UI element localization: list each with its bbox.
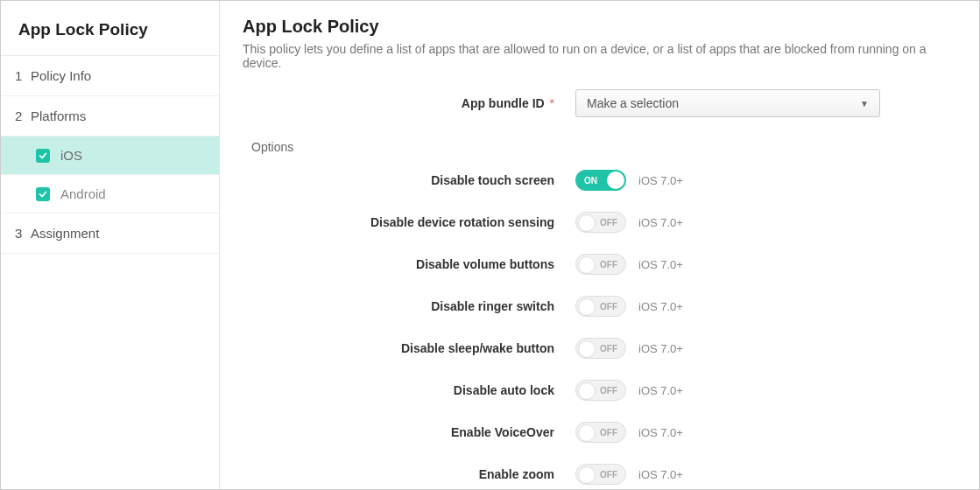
option-row: Enable zoomOFFiOS 7.0+ <box>243 464 956 485</box>
option-label: Enable zoom <box>243 467 575 481</box>
option-label: Disable device rotation sensing <box>243 215 575 229</box>
options-section-label: Options <box>251 140 956 154</box>
main-panel: App Lock Policy This policy lets you def… <box>220 1 979 489</box>
page-description: This policy lets you define a list of ap… <box>243 42 956 70</box>
sidebar: App Lock Policy 1 Policy Info 2 Platform… <box>1 1 220 489</box>
sidebar-item-label: Assignment <box>31 226 99 241</box>
sidebar-item-policy-info[interactable]: 1 Policy Info <box>1 56 219 96</box>
option-label: Disable volume buttons <box>243 257 575 271</box>
option-toggle[interactable]: OFF <box>575 380 626 401</box>
sidebar-item-label: Policy Info <box>31 68 91 83</box>
option-control: OFFiOS 7.0+ <box>575 338 956 359</box>
checkmark-icon <box>36 149 50 163</box>
option-hint: iOS 7.0+ <box>638 216 683 229</box>
option-hint: iOS 7.0+ <box>638 174 683 187</box>
option-control: OFFiOS 7.0+ <box>575 380 956 401</box>
option-toggle[interactable]: OFF <box>575 464 626 485</box>
sidebar-subitem-android[interactable]: Android <box>1 175 219 214</box>
option-hint: iOS 7.0+ <box>638 258 683 271</box>
sidebar-subitem-ios[interactable]: iOS <box>1 136 219 175</box>
sidebar-step-number: 3 <box>15 226 31 241</box>
checkmark-icon <box>36 187 50 201</box>
bundle-id-row: App bundle ID * Make a selection ▼ <box>243 89 956 117</box>
option-control: OFFiOS 7.0+ <box>575 254 956 275</box>
option-label: Disable sleep/wake button <box>243 341 575 355</box>
page-title: App Lock Policy <box>243 17 956 37</box>
option-hint: iOS 7.0+ <box>638 468 683 481</box>
caret-down-icon: ▼ <box>860 99 869 108</box>
sidebar-step-number: 1 <box>15 68 31 83</box>
option-row: Disable sleep/wake buttonOFFiOS 7.0+ <box>243 338 956 359</box>
option-label: Disable ringer switch <box>243 299 575 313</box>
options-list: Disable touch screenONiOS 7.0+Disable de… <box>243 170 956 485</box>
option-label: Disable auto lock <box>243 383 575 397</box>
option-row: Disable touch screenONiOS 7.0+ <box>243 170 956 191</box>
option-control: ONiOS 7.0+ <box>575 170 956 191</box>
option-toggle[interactable]: OFF <box>575 254 626 275</box>
option-control: OFFiOS 7.0+ <box>575 212 956 233</box>
option-hint: iOS 7.0+ <box>638 384 683 397</box>
option-row: Enable VoiceOverOFFiOS 7.0+ <box>243 422 956 443</box>
option-hint: iOS 7.0+ <box>638 342 683 355</box>
app-frame: App Lock Policy 1 Policy Info 2 Platform… <box>0 0 980 490</box>
required-marker: * <box>550 96 554 110</box>
option-toggle[interactable]: OFF <box>575 422 626 443</box>
option-row: Disable device rotation sensingOFFiOS 7.… <box>243 212 956 233</box>
option-toggle[interactable]: OFF <box>575 212 626 233</box>
sidebar-item-assignment[interactable]: 3 Assignment <box>1 214 219 254</box>
option-label: Disable touch screen <box>243 173 575 187</box>
sidebar-title: App Lock Policy <box>1 1 219 56</box>
option-control: OFFiOS 7.0+ <box>575 422 956 443</box>
option-toggle[interactable]: OFF <box>575 338 626 359</box>
select-placeholder: Make a selection <box>587 96 679 110</box>
bundle-id-label: App bundle ID * <box>243 96 575 110</box>
option-row: Disable volume buttonsOFFiOS 7.0+ <box>243 254 956 275</box>
option-label: Enable VoiceOver <box>243 425 575 439</box>
option-hint: iOS 7.0+ <box>638 300 683 313</box>
sidebar-subitem-label: iOS <box>60 148 82 163</box>
option-toggle[interactable]: OFF <box>575 296 626 317</box>
option-row: Disable auto lockOFFiOS 7.0+ <box>243 380 956 401</box>
option-row: Disable ringer switchOFFiOS 7.0+ <box>243 296 956 317</box>
option-hint: iOS 7.0+ <box>638 426 683 439</box>
sidebar-subitem-label: Android <box>60 186 106 201</box>
option-control: OFFiOS 7.0+ <box>575 464 956 485</box>
sidebar-step-number: 2 <box>15 108 31 123</box>
bundle-id-select[interactable]: Make a selection ▼ <box>575 89 880 117</box>
sidebar-item-platforms[interactable]: 2 Platforms <box>1 96 219 136</box>
option-control: OFFiOS 7.0+ <box>575 296 956 317</box>
option-toggle[interactable]: ON <box>575 170 626 191</box>
sidebar-item-label: Platforms <box>31 108 86 123</box>
